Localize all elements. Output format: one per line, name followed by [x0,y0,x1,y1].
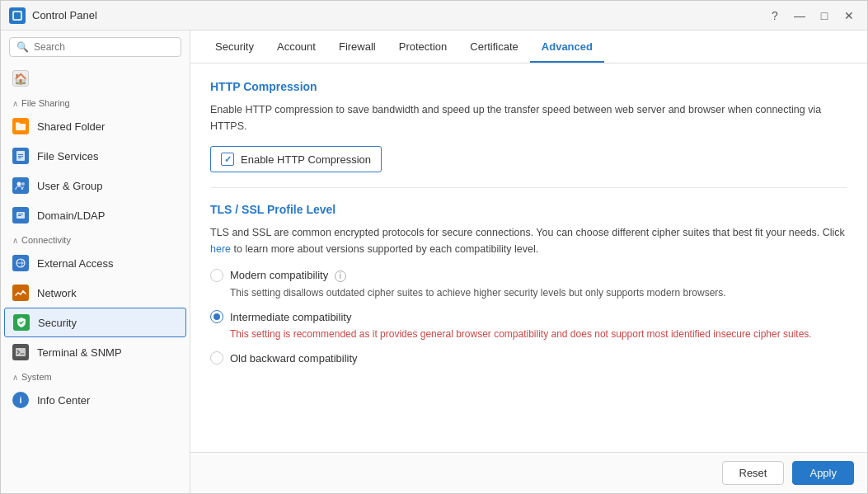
close-button[interactable]: ✕ [839,6,859,26]
radio-intermediate-indicator [210,310,223,323]
window-controls: ? — □ ✕ [765,6,859,26]
chevron-icon: ∧ [12,99,18,108]
tab-bar: Security Account Firewall Protection Cer… [190,31,867,64]
enable-http-compression-checkbox[interactable]: ✓ Enable HTTP Compression [210,146,382,172]
tab-certificate[interactable]: Certificate [458,32,530,63]
sidebar-item-label: Info Center [37,394,90,407]
window-title: Control Panel [32,9,758,21]
reset-button[interactable]: Reset [722,461,785,485]
external-access-icon [12,255,29,271]
search-input[interactable] [34,41,174,53]
http-compression-section: HTTP Compression Enable HTTP compression… [210,80,847,172]
sidebar-item-external-access[interactable]: External Access [1,248,190,278]
modern-desc: This setting disallows outdated cipher s… [230,285,847,300]
svg-point-7 [21,182,25,186]
sidebar-item-shared-folder[interactable]: Shared Folder [1,111,190,141]
intermediate-desc: This setting is recommended as it provid… [230,327,847,341]
network-icon [12,285,29,301]
sidebar-item-label: File Services [37,150,98,162]
sidebar-item-label: Network [37,287,77,299]
sidebar-item-label: External Access [37,257,114,270]
sidebar-group-connectivity[interactable]: ∧ Connectivity [1,230,190,248]
sidebar-item-info-center[interactable]: i Info Center [1,385,190,415]
users-icon [12,177,29,194]
sidebar-item-security[interactable]: Security [4,308,186,337]
section-divider [210,187,847,188]
home-icon: 🏠 [12,70,29,87]
tls-ssl-desc: TLS and SSL are common encrypted protoco… [210,224,847,257]
sidebar-item-label: Terminal & SNMP [37,346,122,359]
http-compression-title: HTTP Compression [210,80,847,93]
sidebar-item-label: Security [38,317,77,329]
main-layout: 🔍 🏠 ∧ File Sharing Shared Folder [1,31,867,493]
tls-ssl-section: TLS / SSL Profile Level TLS and SSL are … [210,203,847,365]
sidebar-item-terminal-snmp[interactable]: Terminal & SNMP [1,337,190,367]
radio-old-indicator [210,351,223,365]
radio-intermediate-label: Intermediate compatibility [230,311,351,323]
folder-icon [12,118,29,134]
svg-rect-9 [18,214,23,214]
checkbox-label: Enable HTTP Compression [241,153,371,166]
sidebar-item-user-group[interactable]: User & Group [1,171,190,200]
sidebar-group-system[interactable]: ∧ System [1,367,190,385]
svg-point-6 [17,182,21,186]
terminal-icon [12,344,29,360]
svg-rect-3 [18,154,23,155]
content-area: Security Account Firewall Protection Cer… [190,31,867,493]
security-icon [13,314,30,331]
svg-rect-12 [16,348,26,356]
sidebar-item-network[interactable]: Network [1,278,190,308]
radio-modern-indicator [210,269,223,282]
sidebar-item-label: Shared Folder [37,120,105,133]
group-label: File Sharing [21,98,70,108]
content-scroll: HTTP Compression Enable HTTP compression… [190,64,867,452]
search-box[interactable]: 🔍 [9,37,181,57]
info-icon: i [12,392,29,408]
sidebar-item-file-services[interactable]: File Services [1,141,190,171]
radio-intermediate[interactable]: Intermediate compatibility [210,310,847,323]
search-icon: 🔍 [16,41,29,53]
footer: Reset Apply [190,452,867,493]
radio-modern[interactable]: Modern compatibility i [210,269,847,282]
domain-icon [12,207,29,223]
tls-ssl-title: TLS / SSL Profile Level [210,203,847,216]
app-icon [9,7,26,24]
group-label: System [21,372,52,382]
file-services-icon [12,148,29,164]
apply-button[interactable]: Apply [792,461,854,485]
info-tooltip-icon[interactable]: i [335,271,346,282]
sidebar-item-home[interactable]: 🏠 [1,64,190,93]
chevron-icon: ∧ [12,373,18,382]
titlebar: Control Panel ? — □ ✕ [1,1,867,31]
sidebar-item-label: Domain/LDAP [37,209,105,222]
radio-old[interactable]: Old backward compatibility [210,351,847,365]
sidebar-search-area: 🔍 [1,31,190,64]
sidebar-item-label: User & Group [37,180,102,192]
checkbox-indicator: ✓ [221,153,234,166]
tab-advanced[interactable]: Advanced [530,32,604,63]
sidebar-item-domain-ldap[interactable]: Domain/LDAP [1,200,190,230]
window: Control Panel ? — □ ✕ 🔍 🏠 ∧ File [0,0,868,494]
tab-protection[interactable]: Protection [387,32,459,63]
here-link[interactable]: here [210,243,231,255]
sidebar: 🔍 🏠 ∧ File Sharing Shared Folder [1,31,190,493]
http-compression-desc: Enable HTTP compression to save bandwidt… [210,101,847,134]
group-label: Connectivity [21,235,71,245]
tab-account[interactable]: Account [265,32,327,63]
minimize-button[interactable]: — [790,6,809,26]
radio-modern-label: Modern compatibility i [230,269,346,282]
svg-rect-5 [18,158,21,158]
radio-old-label: Old backward compatibility [230,352,358,365]
tab-firewall[interactable]: Firewall [327,32,387,63]
chevron-icon: ∧ [12,236,18,245]
svg-rect-4 [18,156,23,157]
maximize-button[interactable]: □ [814,6,834,26]
tab-security[interactable]: Security [204,32,265,63]
help-button[interactable]: ? [765,6,785,26]
svg-rect-10 [18,215,21,216]
sidebar-group-file-sharing[interactable]: ∧ File Sharing [1,93,190,111]
svg-rect-1 [14,12,21,19]
